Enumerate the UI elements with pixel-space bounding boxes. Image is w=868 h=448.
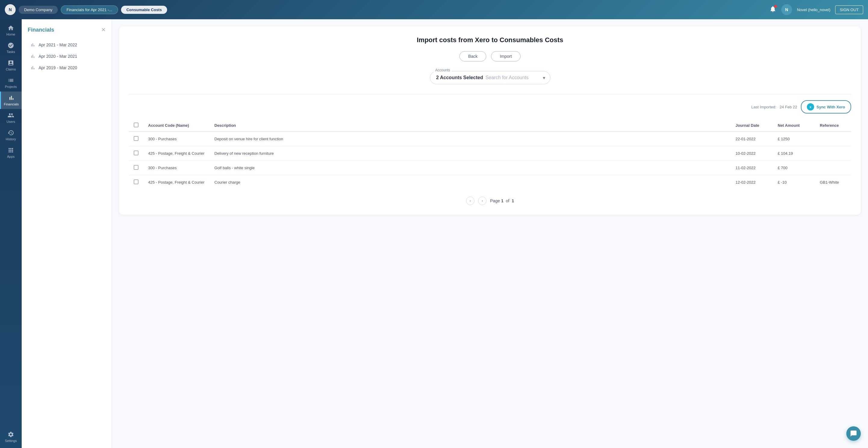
page-title: Import costs from Xero to Consumables Co… [129,36,851,44]
col-header-account: Account Code (Name) [143,120,210,132]
period-item-1[interactable]: Apr 2021 - Mar 2022 [28,39,106,51]
topbar-right: N Novel (hello_novel) SIGN OUT [769,4,863,15]
sidebar: Home Tasks Claims Projects Financials Us… [0,19,22,448]
accounts-search-placeholder: Search for Accounts [485,75,528,81]
content-card: Import costs from Xero to Consumables Co… [119,27,861,215]
accounts-wrapper: Accounts 2 Accounts Selected Search for … [430,71,550,84]
table-row: 425 - Postage, Freight & Courier Courier… [129,175,851,190]
sidebar-item-claims[interactable]: Claims [0,57,22,74]
period-item-3[interactable]: Apr 2019 - Mar 2020 [28,62,106,73]
row-description-3: Courier charge [210,175,731,190]
divider [129,94,851,94]
row-checkbox-0[interactable] [134,136,138,141]
sidebar-item-settings[interactable]: Settings [0,428,22,446]
accounts-dropdown[interactable]: 2 Accounts Selected Search for Accounts … [430,71,550,84]
row-checkbox-3[interactable] [134,180,138,184]
row-checkbox-cell-0[interactable] [129,132,143,146]
sync-with-xero-button[interactable]: x Sync With Xero [801,100,851,114]
data-table: Account Code (Name) Description Journal … [129,120,851,189]
sidebar-item-projects[interactable]: Projects [0,74,22,92]
col-header-reference: Reference [815,120,851,132]
panel-header: Financials ✕ [28,27,106,33]
sidebar-item-financials[interactable]: Financials [0,92,22,109]
row-date-0: 22-01-2022 [731,132,773,146]
sidebar-item-home[interactable]: Home [0,22,22,39]
row-checkbox-cell-2[interactable] [129,161,143,175]
user-name: Novel (hello_novel) [797,7,830,12]
row-amount-0: £ 1250 [773,132,815,146]
row-date-3: 12-02-2022 [731,175,773,190]
panel-title: Financials [28,27,54,33]
prev-page-button[interactable]: ‹ [466,197,474,205]
accounts-section: Accounts 2 Accounts Selected Search for … [129,71,851,84]
row-amount-2: £ 700 [773,161,815,175]
sync-row: Last Imported: 24 Feb 22 x Sync With Xer… [129,100,851,114]
page-info: Page 1 of 1 [490,198,514,203]
row-date-1: 10-02-2022 [731,146,773,161]
notification-bell[interactable] [769,5,776,14]
col-header-description: Description [210,120,731,132]
notification-dot [774,5,777,8]
col-header-date: Journal Date [731,120,773,132]
row-account-3: 425 - Postage, Freight & Courier [143,175,210,190]
xero-icon: x [807,103,814,110]
table-row: 425 - Postage, Freight & Courier Deliver… [129,146,851,161]
financials-tab[interactable]: Financials for Apr 2021 -... [61,5,118,14]
panel-close-button[interactable]: ✕ [101,27,106,33]
table-row: 300 - Purchases Deposit on venue hire fo… [129,132,851,146]
row-account-2: 300 - Purchases [143,161,210,175]
row-checkbox-cell-3[interactable] [129,175,143,190]
back-button[interactable]: Back [460,51,486,61]
company-name-tab[interactable]: Demo Company [19,6,58,14]
accounts-selected-text: 2 Accounts Selected [436,75,483,81]
sidebar-item-apps[interactable]: Apps [0,144,22,161]
row-date-2: 11-02-2022 [731,161,773,175]
row-reference-3: GB1-White [815,175,851,190]
select-all-header[interactable] [129,120,143,132]
chevron-down-icon: ▾ [543,75,545,81]
pagination: ‹ › Page 1 of 1 [129,197,851,205]
user-avatar: N [781,4,792,15]
total-pages: 1 [512,198,514,203]
row-checkbox-cell-1[interactable] [129,146,143,161]
table-header-row: Account Code (Name) Description Journal … [129,120,851,132]
row-description-1: Delivery of new reception furniture [210,146,731,161]
action-buttons: Back Import [129,51,851,61]
financials-panel: Financials ✕ Apr 2021 - Mar 2022 Apr 202… [22,19,112,448]
next-page-button[interactable]: › [478,197,487,205]
current-page: 1 [501,198,503,203]
row-reference-2 [815,161,851,175]
topbar-left: N Demo Company Financials for Apr 2021 -… [5,4,167,15]
row-reference-0 [815,132,851,146]
row-checkbox-2[interactable] [134,165,138,170]
row-description-0: Deposit on venue hire for client functio… [210,132,731,146]
sidebar-item-tasks[interactable]: Tasks [0,39,22,57]
row-reference-1 [815,146,851,161]
main-content: Import costs from Xero to Consumables Co… [112,19,868,448]
chat-bubble-button[interactable] [846,426,861,441]
import-button[interactable]: Import [491,51,521,61]
topbar: N Demo Company Financials for Apr 2021 -… [0,0,868,19]
layout: Home Tasks Claims Projects Financials Us… [0,19,868,448]
consumable-costs-tab[interactable]: Consumable Costs [121,6,167,14]
select-all-checkbox[interactable] [134,123,138,127]
last-imported-label: Last Imported: 24 Feb 22 [751,105,797,109]
col-header-amount: Net Amount [773,120,815,132]
row-account-1: 425 - Postage, Freight & Courier [143,146,210,161]
sidebar-item-history[interactable]: History [0,126,22,144]
table-body: 300 - Purchases Deposit on venue hire fo… [129,132,851,189]
row-amount-3: £ -10 [773,175,815,190]
table-row: 300 - Purchases Golf balls - white singl… [129,161,851,175]
row-description-2: Golf balls - white single [210,161,731,175]
row-amount-1: £ 104.19 [773,146,815,161]
company-logo: N [5,4,16,15]
signout-button[interactable]: SIGN OUT [835,5,863,14]
period-item-2[interactable]: Apr 2020 - Mar 2021 [28,51,106,62]
row-checkbox-1[interactable] [134,151,138,155]
row-account-0: 300 - Purchases [143,132,210,146]
accounts-label: Accounts [434,68,452,72]
sidebar-item-users[interactable]: Users [0,109,22,126]
